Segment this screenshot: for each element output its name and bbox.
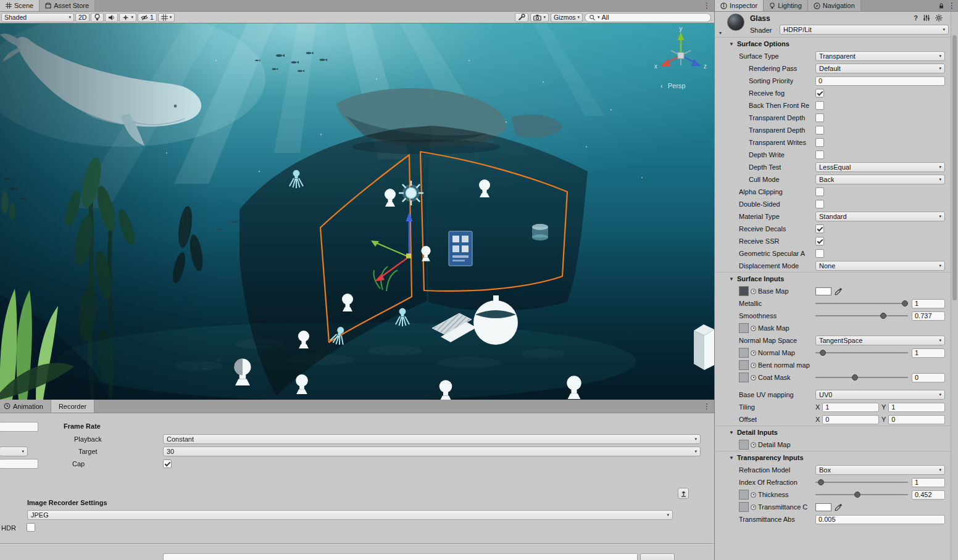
tab-navigation[interactable]: Navigation — [808, 0, 861, 11]
eyedropper-icon[interactable] — [835, 503, 843, 511]
camera-settings-dropdown[interactable]: ▾ — [530, 13, 549, 22]
checkbox[interactable] — [815, 224, 824, 233]
section-header[interactable]: ▼Surface Inputs — [715, 272, 951, 285]
draw-mode-dropdown[interactable]: Shaded ▾ — [1, 13, 74, 22]
help-icon[interactable]: ? — [914, 14, 918, 22]
gear-icon[interactable] — [935, 14, 943, 22]
scene-grid-dropdown[interactable]: ▾ — [158, 13, 175, 22]
texture-thumbnail[interactable] — [739, 440, 749, 450]
property-dropdown[interactable]: Transparent▾ — [815, 51, 945, 61]
section-header[interactable]: ▼Transparency Inputs — [715, 451, 951, 464]
text-field[interactable]: 1 — [912, 478, 945, 487]
text-field[interactable]: 1 — [912, 299, 945, 308]
x-field[interactable]: 0 — [822, 415, 879, 424]
property-dropdown[interactable]: Standard▾ — [815, 212, 945, 221]
slider[interactable] — [815, 478, 908, 487]
scene-effects-dropdown[interactable]: ▾ — [119, 13, 136, 22]
tab-animation[interactable]: Animation — [0, 400, 51, 413]
hdr-checkbox[interactable] — [27, 523, 35, 532]
lock-icon[interactable] — [938, 2, 944, 9]
directional-light-gizmo[interactable] — [399, 181, 423, 205]
object-picker-icon[interactable] — [751, 363, 756, 368]
preview-foldout-icon[interactable]: ▾ — [719, 30, 722, 36]
slider-handle[interactable] — [854, 492, 860, 498]
presets-icon[interactable] — [923, 14, 930, 22]
slider[interactable] — [815, 490, 908, 499]
slider[interactable] — [815, 348, 908, 357]
checkbox[interactable] — [815, 150, 824, 159]
checkbox[interactable] — [815, 200, 824, 208]
toggle-2d-button[interactable]: 2D — [75, 13, 90, 22]
white-box-model[interactable] — [694, 324, 714, 370]
panel-menu-icon[interactable]: ⋮ — [948, 1, 956, 10]
slider-handle[interactable] — [820, 350, 826, 356]
tab-scene[interactable]: Scene — [0, 0, 40, 11]
scrollbar-thumb[interactable] — [952, 35, 957, 300]
property-dropdown[interactable]: TangentSpace▾ — [815, 336, 945, 345]
slider-handle[interactable] — [818, 479, 824, 485]
projection-label[interactable]: Persp — [668, 82, 686, 89]
format-dropdown[interactable]: JPEG ▾ — [27, 510, 673, 520]
checkbox[interactable] — [815, 113, 824, 122]
checkbox[interactable] — [815, 89, 824, 97]
slider-handle[interactable] — [852, 374, 858, 381]
texture-thumbnail[interactable] — [739, 360, 749, 370]
playback-dropdown[interactable]: Constant ▾ — [163, 434, 701, 444]
shader-dropdown[interactable]: HDRP/Lit ▾ — [780, 25, 949, 35]
property-dropdown[interactable]: Box▾ — [815, 465, 945, 475]
object-picker-icon[interactable] — [751, 326, 756, 331]
text-field[interactable]: 0.005 — [815, 515, 945, 524]
clipped-button[interactable] — [640, 553, 675, 560]
inspector-scrollbar[interactable] — [951, 12, 958, 560]
checkbox[interactable] — [815, 187, 824, 196]
texture-thumbnail[interactable] — [739, 348, 749, 358]
open-settings-button[interactable] — [678, 488, 689, 499]
text-field[interactable]: 0.452 — [912, 490, 945, 500]
gizmos-dropdown[interactable]: Gizmos ▾ — [551, 13, 583, 22]
checkbox[interactable] — [815, 101, 824, 110]
text-field[interactable]: 1 — [912, 348, 945, 358]
property-dropdown[interactable]: Back▾ — [815, 175, 945, 184]
texture-thumbnail[interactable] — [739, 373, 749, 382]
clipped-field[interactable] — [0, 459, 38, 469]
panel-menu-icon[interactable]: ⋮ — [699, 1, 714, 10]
slider-handle[interactable] — [880, 313, 886, 319]
scene-lighting-toggle[interactable] — [91, 13, 104, 22]
object-picker-icon[interactable] — [751, 350, 756, 356]
property-dropdown[interactable]: UV0▾ — [815, 390, 945, 400]
scene-viewport[interactable]: y x z ‹ Persp — [0, 23, 714, 400]
property-dropdown[interactable]: LessEqual▾ — [815, 162, 945, 172]
eyedropper-icon[interactable] — [835, 287, 843, 295]
text-field[interactable]: 0.737 — [912, 311, 945, 321]
slider[interactable] — [815, 373, 908, 382]
object-picker-icon[interactable] — [751, 504, 756, 510]
scene-search-input[interactable]: ▾ All — [585, 13, 711, 22]
texture-thumbnail[interactable] — [739, 490, 749, 500]
object-picker-icon[interactable] — [751, 442, 756, 448]
x-field[interactable]: 1 — [822, 403, 879, 412]
editor-tools-button[interactable] — [515, 13, 528, 22]
cylinder-gizmo[interactable] — [532, 224, 548, 241]
tab-lighting[interactable]: Lighting — [764, 0, 808, 11]
cap-checkbox[interactable] — [163, 459, 172, 468]
texture-thumbnail[interactable] — [739, 502, 749, 512]
section-header[interactable]: ▼Detail Inputs — [715, 426, 951, 439]
property-dropdown[interactable]: None▾ — [815, 261, 945, 271]
object-picker-icon[interactable] — [751, 289, 756, 294]
clipped-field[interactable] — [0, 422, 38, 432]
property-dropdown[interactable]: Default▾ — [815, 64, 945, 73]
object-picker-icon[interactable] — [751, 375, 756, 381]
checkbox[interactable] — [815, 138, 824, 147]
text-field[interactable]: 0 — [815, 76, 945, 86]
clipped-dropdown[interactable]: ▾ — [0, 447, 28, 456]
y-field[interactable]: 1 — [888, 403, 945, 412]
material-preview-sphere[interactable] — [727, 14, 744, 31]
y-field[interactable]: 0 — [888, 415, 945, 424]
tab-inspector[interactable]: Inspector — [715, 0, 764, 11]
tab-recorder[interactable]: Recorder — [51, 400, 94, 413]
text-field[interactable]: 0 — [912, 373, 945, 382]
slider[interactable] — [815, 311, 908, 320]
panel-menu-icon[interactable]: ⋮ — [699, 402, 714, 411]
slider-handle[interactable] — [902, 300, 908, 307]
scene-audio-toggle[interactable] — [105, 13, 118, 22]
